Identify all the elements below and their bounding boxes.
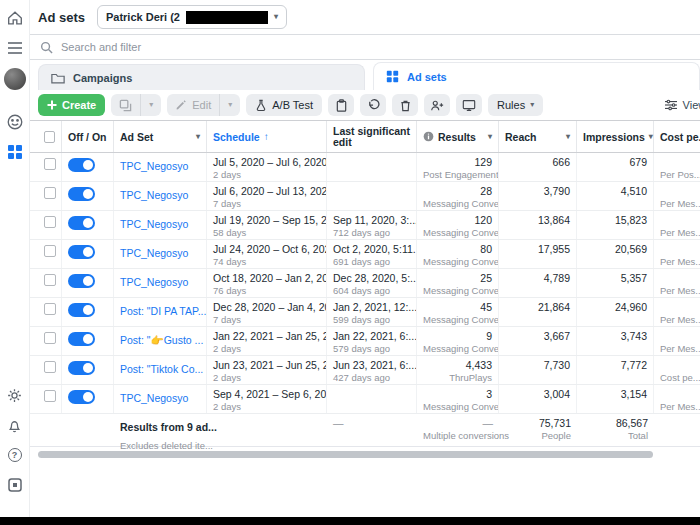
tab-campaigns-label: Campaigns [73, 72, 132, 84]
view-setup-icon [664, 99, 678, 111]
header-off-on: Off / On [62, 121, 114, 152]
header-results[interactable]: Results ▾ [417, 121, 499, 152]
ad-set-toggle[interactable] [68, 216, 95, 230]
search-bar[interactable]: Search and filter [30, 34, 700, 60]
table-row: TPC_Negosyo Sep 4, 2021 – Sep 6, 2021 2 … [30, 385, 700, 414]
duplicate-dropdown[interactable]: ▾ [140, 94, 161, 116]
ad-set-link[interactable]: TPC_Negosyo [120, 160, 188, 172]
folder-icon [51, 72, 65, 84]
ad-set-toggle[interactable] [68, 390, 95, 404]
ad-set-toggle[interactable] [68, 274, 95, 288]
delete-button[interactable] [392, 94, 418, 116]
settings-gear-icon[interactable] [5, 385, 25, 405]
duplicate-button[interactable] [111, 94, 140, 116]
view-setup-button[interactable]: View Setup [664, 99, 700, 111]
ad-set-toggle[interactable] [68, 187, 95, 201]
row-checkbox[interactable] [44, 187, 56, 199]
ad-sets-table: Off / On Ad Set ▾ Schedule ↑ Last signif… [30, 120, 700, 461]
ad-set-link[interactable]: TPC_Negosyo [120, 276, 188, 288]
row-checkbox[interactable] [44, 361, 56, 373]
edit-button[interactable]: Edit [167, 94, 219, 116]
undo-icon [367, 99, 380, 112]
ad-set-link[interactable]: Post: "👉Gusto ... [120, 334, 203, 346]
menu-icon[interactable] [5, 38, 25, 58]
main-panel: Ad sets Patrick Deri (2 ▾ Search and fil… [30, 0, 700, 525]
header-last-edit[interactable]: Last significant edit [327, 121, 417, 152]
row-checkbox[interactable] [44, 245, 56, 257]
ad-set-link[interactable]: Post: "Tiktok Co... [120, 363, 203, 375]
rules-button[interactable]: Rules ▾ [488, 94, 543, 116]
row-checkbox[interactable] [44, 303, 56, 315]
account-name: Patrick Deri (2 [106, 11, 180, 23]
impressions-cell: 15,823 [577, 211, 654, 239]
ad-set-link[interactable]: TPC_Negosyo [120, 189, 188, 201]
sort-caret-icon: ▾ [566, 133, 570, 141]
add-people-button[interactable] [424, 94, 450, 116]
account-selector[interactable]: Patrick Deri (2 ▾ [97, 5, 287, 29]
last-edit-cell: Oct 2, 2020, 5:11... 691 days ago [327, 240, 417, 268]
header-ad-set[interactable]: Ad Set ▾ [114, 121, 207, 152]
ad-set-toggle[interactable] [68, 245, 95, 259]
edit-dropdown[interactable]: ▾ [219, 94, 240, 116]
row-checkbox[interactable] [44, 332, 56, 344]
schedule-cell: Jun 23, 2021 – Jun 25, 2... 2 days [207, 356, 327, 384]
ad-set-toggle[interactable] [68, 158, 95, 172]
chevron-down-icon: ▾ [530, 101, 534, 109]
row-toggle-cell [62, 153, 114, 181]
row-checkbox[interactable] [44, 216, 56, 228]
tab-campaigns[interactable]: Campaigns [38, 64, 365, 90]
home-icon[interactable] [5, 8, 25, 28]
ad-set-toggle[interactable] [68, 361, 95, 375]
row-checkbox[interactable] [44, 158, 56, 170]
avatar[interactable] [4, 68, 26, 90]
undo-button[interactable] [360, 94, 386, 116]
row-checkbox[interactable] [44, 390, 56, 402]
header-impressions[interactable]: Impressions ▾ [577, 121, 654, 152]
ad-set-name-cell: Post: "👉Gusto ... [114, 327, 207, 355]
schedule-cell: Jul 24, 2020 – Oct 6, 2020 74 days [207, 240, 327, 268]
clipboard-button[interactable] [328, 94, 354, 116]
tab-ad-sets[interactable]: Ad sets [373, 62, 700, 90]
ad-set-link[interactable]: TPC_Negosyo [120, 247, 188, 259]
ad-set-name-cell: Post: "Tiktok Co... [114, 356, 207, 384]
header-reach[interactable]: Reach ▾ [499, 121, 577, 152]
row-select-cell [38, 211, 62, 239]
create-button[interactable]: Create [38, 94, 105, 116]
reach-cell: 7,730 [499, 356, 577, 384]
charts-button[interactable] [456, 94, 482, 116]
row-select-cell [38, 356, 62, 384]
help-icon[interactable]: ? [5, 445, 25, 465]
schedule-cell: Jan 22, 2021 – Jan 25, 2... 2 days [207, 327, 327, 355]
clipboard-icon [335, 99, 348, 112]
results-cell: 25 Messaging Conver... [417, 269, 499, 297]
tab-row: Campaigns Ad sets [30, 60, 700, 90]
header-cost[interactable]: Cost pe... [654, 121, 700, 152]
person-add-icon [430, 99, 444, 112]
footer-impressions-cell: 86,567 Total [577, 414, 654, 446]
ad-set-link[interactable]: TPC_Negosyo [120, 392, 188, 404]
ad-set-link[interactable]: TPC_Negosyo [120, 218, 188, 230]
more-tools-icon[interactable] [5, 475, 25, 495]
select-all-checkbox[interactable] [44, 131, 55, 143]
header-schedule[interactable]: Schedule ↑ [207, 121, 327, 152]
search-placeholder: Search and filter [61, 41, 141, 53]
info-icon [423, 131, 434, 142]
last-edit-cell [327, 153, 417, 181]
cost-cell: Per Mes... [654, 298, 700, 326]
notifications-bell-icon[interactable] [5, 415, 25, 435]
ad-set-toggle[interactable] [68, 303, 95, 317]
ab-test-button[interactable]: A/B Test [246, 94, 322, 116]
impressions-cell: 5,357 [577, 269, 654, 297]
row-checkbox[interactable] [44, 274, 56, 286]
table-row: Post: "👉Gusto ... Jan 22, 2021 – Jan 25,… [30, 327, 700, 356]
table-body: TPC_Negosyo Jul 5, 2020 – Jul 6, 2020 2 … [30, 153, 700, 414]
ad-center-icon[interactable] [5, 112, 25, 132]
table-row: Post: "DI PA TAP... Dec 28, 2020 – Jan 4… [30, 298, 700, 327]
ads-manager-icon[interactable] [5, 142, 25, 162]
ad-set-link[interactable]: Post: "DI PA TAP... [120, 305, 206, 317]
ad-set-toggle[interactable] [68, 332, 95, 346]
ad-set-name-cell: TPC_Negosyo [114, 211, 207, 239]
table-header: Off / On Ad Set ▾ Schedule ↑ Last signif… [30, 120, 700, 153]
cost-cell: Per Mes... [654, 327, 700, 355]
sort-caret-icon: ▾ [649, 133, 653, 141]
